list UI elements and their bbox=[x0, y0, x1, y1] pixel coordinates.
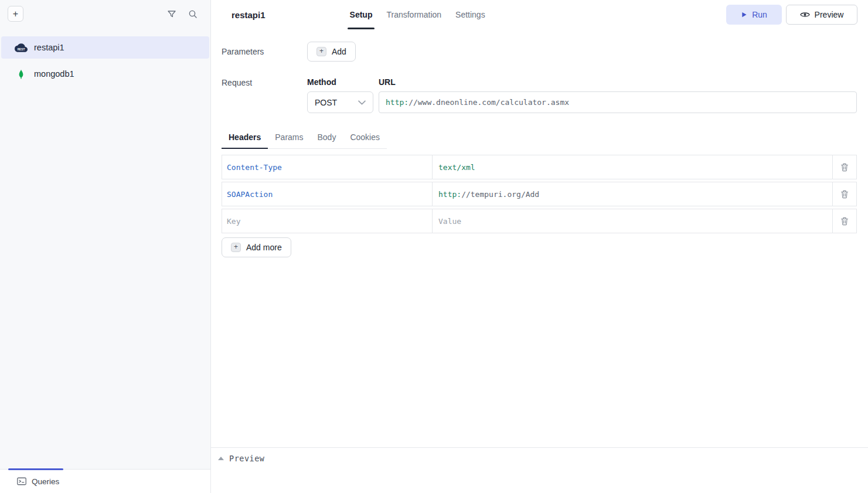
header-value-cell[interactable] bbox=[432, 209, 833, 233]
tab-body[interactable]: Body bbox=[311, 132, 343, 148]
queries-tab[interactable]: Queries bbox=[17, 477, 59, 486]
tab-headers[interactable]: Headers bbox=[222, 132, 268, 148]
value-input[interactable] bbox=[438, 217, 832, 226]
headers-table: Content-Type text/xml bbox=[222, 155, 857, 233]
url-field: URL http://www.dneonline.com/calculator.… bbox=[379, 77, 857, 113]
header-value-text-rest: //tempuri.org/Add bbox=[461, 190, 539, 199]
table-row: Content-Type text/xml bbox=[222, 155, 857, 179]
sidebar-toolbar: + bbox=[0, 0, 210, 28]
queries-tab-label: Queries bbox=[32, 477, 59, 486]
parameters-label: Parameters bbox=[222, 47, 307, 56]
method-label: Method bbox=[307, 77, 373, 87]
sidebar: + RE bbox=[0, 0, 211, 493]
table-row bbox=[222, 209, 857, 233]
method-selected-value: POST bbox=[315, 98, 337, 107]
tab-params[interactable]: Params bbox=[268, 132, 310, 148]
tab-cookies[interactable]: Cookies bbox=[343, 132, 387, 148]
header-value-text: text/xml bbox=[438, 163, 475, 172]
delete-row-button[interactable] bbox=[832, 209, 857, 233]
play-icon bbox=[741, 11, 747, 18]
method-field: Method POST bbox=[307, 77, 373, 113]
new-query-button[interactable]: + bbox=[8, 6, 23, 22]
preview-button-label: Preview bbox=[815, 10, 844, 19]
tab-settings[interactable]: Settings bbox=[448, 0, 492, 29]
request-subtabs: Headers Params Body Cookies bbox=[222, 132, 387, 149]
run-button[interactable]: Run bbox=[726, 5, 782, 25]
url-input[interactable]: http://www.dneonline.com/calculator.asmx bbox=[379, 91, 857, 113]
sidebar-item-restapi1[interactable]: REST restapi1 bbox=[1, 36, 209, 59]
header-key-text: SOAPAction bbox=[227, 190, 273, 199]
table-row: SOAPAction http://tempuri.org/Add bbox=[222, 182, 857, 206]
tab-transformation[interactable]: Transformation bbox=[379, 0, 448, 29]
add-more-label: Add more bbox=[246, 243, 282, 252]
editor-tabs: Setup Transformation Settings bbox=[343, 0, 492, 29]
request-row: Request Method POST URL http://www.dneon… bbox=[222, 77, 857, 113]
mongodb-icon bbox=[15, 69, 28, 79]
run-button-label: Run bbox=[752, 10, 767, 19]
delete-row-button[interactable] bbox=[832, 182, 857, 206]
header-value-text: http: bbox=[438, 190, 461, 199]
plus-icon: + bbox=[231, 243, 241, 252]
sidebar-bottom-bar: Queries bbox=[0, 469, 210, 493]
queries-icon bbox=[17, 477, 26, 486]
page-title: restapi1 bbox=[232, 10, 265, 20]
rest-badge-text: REST bbox=[18, 47, 25, 50]
rest-api-icon: REST bbox=[15, 43, 28, 52]
header-value-cell[interactable]: text/xml bbox=[432, 155, 833, 179]
eye-icon bbox=[800, 11, 810, 18]
delete-row-button[interactable] bbox=[832, 155, 857, 179]
url-scheme-text: http: bbox=[386, 98, 409, 107]
expand-up-icon bbox=[218, 457, 224, 460]
parameters-row: Parameters + Add bbox=[222, 42, 857, 62]
header-actions: Run Preview bbox=[726, 5, 857, 25]
trash-icon bbox=[840, 163, 849, 172]
trash-icon bbox=[840, 190, 849, 199]
sidebar-toolbar-icons bbox=[167, 9, 198, 19]
key-input[interactable] bbox=[227, 217, 432, 226]
sidebar-item-label: restapi1 bbox=[34, 43, 64, 52]
preview-collapse-bar[interactable]: Preview bbox=[211, 447, 868, 493]
active-tab-indicator bbox=[8, 468, 63, 470]
add-more-button[interactable]: + Add more bbox=[222, 237, 291, 257]
query-list: REST restapi1 mongodb1 bbox=[0, 28, 210, 469]
filter-icon[interactable] bbox=[167, 9, 176, 19]
header-key-text: Content-Type bbox=[227, 163, 282, 172]
add-parameter-label: Add bbox=[332, 47, 346, 56]
header-key-cell[interactable] bbox=[222, 209, 433, 233]
trash-icon bbox=[840, 217, 849, 226]
sidebar-item-label: mongodb1 bbox=[34, 69, 74, 79]
method-select[interactable]: POST bbox=[307, 91, 373, 113]
add-parameter-button[interactable]: + Add bbox=[307, 42, 356, 62]
sidebar-item-mongodb1[interactable]: mongodb1 bbox=[1, 63, 209, 85]
header-value-cell[interactable]: http://tempuri.org/Add bbox=[432, 182, 833, 206]
main-panel: restapi1 Setup Transformation Settings R… bbox=[211, 0, 868, 493]
url-label: URL bbox=[379, 77, 857, 87]
preview-bar-label: Preview bbox=[229, 454, 264, 463]
editor-header: restapi1 Setup Transformation Settings R… bbox=[211, 0, 868, 29]
request-label: Request bbox=[222, 77, 307, 87]
header-key-cell[interactable]: Content-Type bbox=[222, 155, 433, 179]
add-more-row: + Add more bbox=[222, 237, 857, 257]
url-rest-text: //www.dneonline.com/calculator.asmx bbox=[409, 98, 569, 107]
header-key-cell[interactable]: SOAPAction bbox=[222, 182, 433, 206]
plus-icon: + bbox=[316, 47, 326, 56]
preview-button[interactable]: Preview bbox=[786, 5, 857, 25]
chevron-down-icon bbox=[358, 100, 366, 105]
search-icon[interactable] bbox=[188, 9, 198, 19]
tab-setup[interactable]: Setup bbox=[343, 0, 380, 29]
setup-panel: Parameters + Add Request Method POST bbox=[211, 29, 868, 447]
app-window: + RE bbox=[0, 0, 868, 493]
